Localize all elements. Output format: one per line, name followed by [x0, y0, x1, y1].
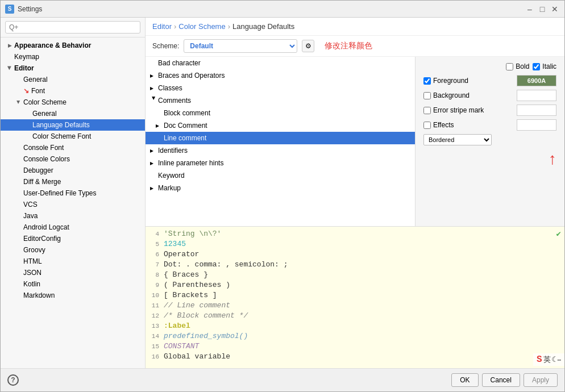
sidebar-item-markdown[interactable]: Markdown [1, 290, 145, 301]
color-tree-block-comment[interactable]: Block comment [146, 107, 415, 119]
bold-checkbox[interactable] [506, 63, 513, 70]
expand-icon: ▸ [150, 184, 158, 192]
line-number: 15 [146, 343, 164, 350]
sidebar-item-kotlin[interactable]: Kotlin [1, 278, 145, 290]
title-bar-left: S Settings [5, 5, 42, 14]
breadcrumb: Editor › Color Scheme › Language Default… [146, 18, 564, 36]
color-tree-doc-comment[interactable]: ▸ Doc Comment [146, 119, 415, 132]
sidebar-item-keymap[interactable]: Keymap [1, 51, 145, 62]
help-button[interactable]: ? [7, 374, 19, 386]
color-tree-inline-hints[interactable]: ▸ Inline parameter hints [146, 157, 415, 169]
italic-checkbox-label[interactable]: Italic [533, 62, 556, 70]
line-number: 6 [146, 251, 164, 258]
effects-checkbox[interactable] [423, 122, 431, 129]
sidebar-item-general[interactable]: General [1, 74, 145, 85]
sidebar-item-font[interactable]: ↘ Font [1, 85, 145, 97]
annotation-text: 修改注释颜色 [325, 41, 372, 51]
line-number: 5 [146, 241, 164, 248]
sidebar-item-diff[interactable]: Diff & Merge [1, 176, 145, 187]
checkmark-icon: ✔ [556, 229, 561, 239]
line-content: { Braces } [164, 270, 564, 279]
sidebar-item-file-types[interactable]: User-Defined File Types [1, 187, 145, 199]
sidebar-item-editorconfig[interactable]: EditorConfig [1, 233, 145, 244]
search-input[interactable] [5, 21, 140, 34]
sogou-area: S 英 ☾ ⋯ [533, 353, 564, 366]
minimize-button[interactable]: – [525, 4, 535, 14]
scheme-select[interactable]: Default [184, 39, 297, 53]
sidebar-item-console-font[interactable]: Console Font [1, 142, 145, 153]
color-tree-line-comment[interactable]: Line comment [146, 132, 415, 144]
line-content: Dot: . comma: , semicolon: ; [164, 260, 564, 269]
bottom-bar: ? OK Cancel Apply [1, 368, 564, 391]
background-color-swatch[interactable] [517, 90, 556, 101]
sidebar-item-editor[interactable]: Editor [1, 62, 145, 74]
effects-color-swatch[interactable] [517, 119, 556, 131]
preview-line-16: 16 Global variable [146, 352, 564, 362]
ok-button[interactable]: OK [451, 373, 478, 387]
sidebar-item-lang-defaults[interactable]: Language Defaults [1, 119, 145, 131]
app-icon: S [5, 5, 14, 14]
color-tree-keyword[interactable]: Keyword [146, 169, 415, 182]
sidebar-item-java[interactable]: Java [1, 210, 145, 222]
error-stripe-checkbox-label[interactable]: Error stripe mark [423, 106, 517, 114]
bold-checkbox-label[interactable]: Bold [506, 62, 529, 70]
line-content: 12345 [164, 240, 564, 248]
sidebar-item-color-scheme[interactable]: Color Scheme [1, 97, 145, 108]
expand-icon: ▸ [150, 159, 158, 167]
line-content: /* Block comment */ [164, 311, 564, 320]
color-tree-markup[interactable]: ▸ Markup [146, 182, 415, 194]
sidebar-item-console-colors[interactable]: Console Colors [1, 153, 145, 165]
sidebar-item-groovy[interactable]: Groovy [1, 244, 145, 256]
scheme-gear-button[interactable]: ⚙ [302, 40, 314, 52]
cancel-button[interactable]: Cancel [482, 373, 520, 387]
preview-line-9: 9 ( Parentheses ) [146, 280, 564, 290]
color-tree-bad-char[interactable]: Bad character [146, 57, 415, 69]
preview-line-8: 8 { Braces } [146, 270, 564, 280]
effects-select[interactable]: Bordered Underscored Bold Underscored Do… [423, 134, 492, 145]
sidebar-item-cs-general[interactable]: General [1, 108, 145, 119]
sidebar-item-vcs[interactable]: VCS [1, 199, 145, 210]
sidebar-item-android[interactable]: Android Logcat [1, 222, 145, 233]
breadcrumb-editor[interactable]: Editor [152, 22, 172, 31]
bold-italic-row: Bold Italic [423, 62, 556, 70]
close-button[interactable]: ✕ [550, 4, 560, 14]
window-controls: – □ ✕ [525, 4, 560, 14]
color-tree-metadata[interactable]: Metadata [146, 194, 415, 196]
preview-line-4: 4 'String \n\?' [146, 229, 564, 239]
help-area: ? [7, 373, 19, 387]
sidebar-item-appearance[interactable]: Appearance & Behavior [1, 40, 145, 51]
error-stripe-checkbox[interactable] [423, 107, 431, 114]
apply-button[interactable]: Apply [524, 373, 558, 387]
sidebar-item-debugger[interactable]: Debugger [1, 165, 145, 176]
line-number: 10 [146, 292, 164, 299]
color-tree-comments[interactable]: ▸ Comments [146, 94, 415, 107]
background-checkbox-label[interactable]: Background [423, 91, 517, 99]
scheme-label: Scheme: [152, 42, 179, 50]
color-tree-identifiers[interactable]: ▸ Identifiers [146, 144, 415, 157]
foreground-checkbox[interactable] [423, 77, 431, 85]
line-content: CONSTANT [164, 342, 564, 351]
sidebar-item-cs-font[interactable]: Color Scheme Font [1, 131, 145, 142]
italic-checkbox[interactable] [533, 63, 540, 70]
foreground-checkbox-label[interactable]: Foreground [423, 77, 517, 85]
sidebar-item-json[interactable]: JSON [1, 267, 145, 278]
expand-icon: ▸ [150, 84, 158, 92]
sidebar-item-html[interactable]: HTML [1, 256, 145, 267]
color-tree-classes[interactable]: ▸ Classes [146, 82, 415, 94]
line-number: 13 [146, 323, 164, 330]
effects-checkbox-label[interactable]: Effects [423, 121, 517, 129]
color-tree-braces[interactable]: ▸ Braces and Operators [146, 69, 415, 82]
content-split: Bad character ▸ Braces and Operators ▸ C… [146, 57, 564, 226]
effects-row: Effects [423, 119, 556, 131]
breadcrumb-color-scheme[interactable]: Color Scheme [178, 22, 225, 31]
error-stripe-color-swatch[interactable] [517, 105, 556, 116]
line-number: 8 [146, 272, 164, 278]
line-number: 7 [146, 261, 164, 268]
breadcrumb-sep1: › [174, 22, 176, 31]
background-checkbox[interactable] [423, 92, 431, 99]
foreground-color-swatch[interactable]: 6900A [517, 75, 556, 86]
line-content: Operator [164, 250, 564, 258]
expand-icon: ▸ [150, 147, 158, 155]
maximize-button[interactable]: □ [537, 4, 547, 14]
sidebar: Appearance & Behavior Keymap Editor Gene… [1, 18, 146, 368]
